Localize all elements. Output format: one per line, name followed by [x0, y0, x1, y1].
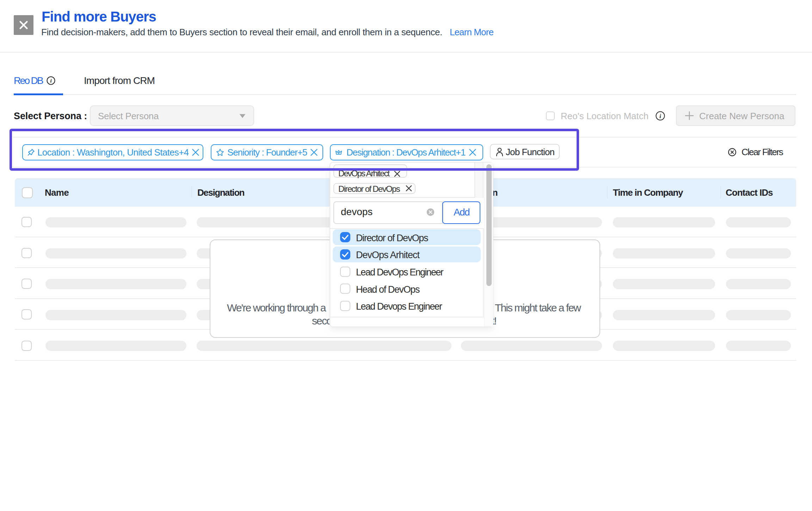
- svg-text:i: i: [659, 113, 661, 119]
- svg-text:i: i: [50, 78, 52, 84]
